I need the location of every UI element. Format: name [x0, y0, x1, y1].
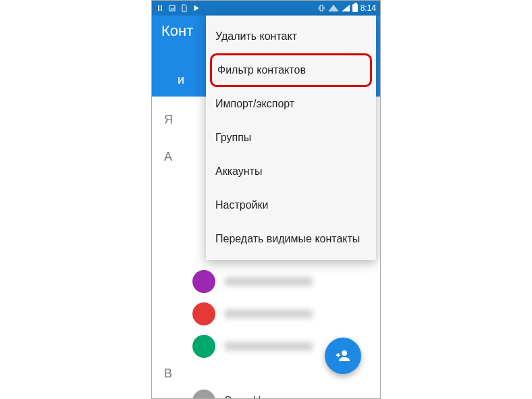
menu-item-accounts[interactable]: Аккаунты [206, 155, 376, 188]
contact-name: Валя Николаева [225, 395, 308, 399]
overflow-menu: Удалить контакт Фильтр контактов Импорт/… [206, 16, 376, 260]
wifi-icon [328, 5, 339, 11]
menu-item-delete-contact[interactable]: Удалить контакт [206, 20, 376, 53]
contact-name-blurred [225, 342, 313, 350]
status-left [156, 4, 201, 12]
avatar [192, 302, 215, 325]
contact-row[interactable] [152, 298, 380, 330]
contact-name-blurred [225, 310, 313, 318]
phone-frame: 8:14 Конт и Я A B Валя Николаева [151, 0, 381, 399]
contact-row[interactable] [152, 265, 380, 298]
menu-item-settings[interactable]: Настройки [206, 188, 376, 222]
avatar [192, 390, 215, 399]
battery-icon [352, 4, 358, 12]
svg-point-0 [342, 350, 347, 356]
avatar [192, 335, 215, 358]
signal-icon [342, 5, 350, 11]
sim-icon [180, 4, 188, 12]
image-icon [168, 4, 176, 12]
vibrate-icon [317, 4, 325, 12]
contact-name-blurred [225, 277, 313, 286]
avatar [192, 270, 215, 293]
play-icon [192, 4, 201, 12]
menu-item-import-export[interactable]: Импорт/экспорт [206, 87, 376, 121]
clock: 8:14 [361, 3, 376, 13]
status-right: 8:14 [317, 3, 376, 13]
menu-item-groups[interactable]: Группы [206, 121, 376, 155]
fab-add-contact[interactable] [325, 338, 361, 374]
contact-row[interactable]: Валя Николаева [152, 385, 380, 399]
add-person-icon [335, 348, 351, 364]
menu-item-filter-contacts[interactable]: Фильтр контактов [210, 53, 372, 87]
pause-icon [156, 4, 164, 12]
menu-item-share-visible[interactable]: Передать видимые контакты [206, 222, 376, 256]
status-bar: 8:14 [152, 1, 380, 16]
